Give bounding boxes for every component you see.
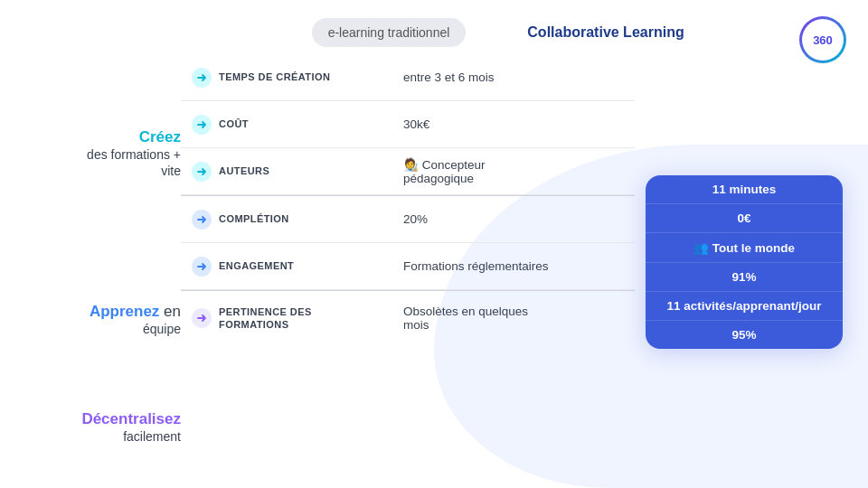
collab-card: 11 minutes 0€ 👥 Tout le monde 91% 11 act… [646, 175, 843, 349]
traditional-header: e-learning traditionnel [289, 18, 488, 47]
metric-label-pertinence: PERTINENCE DESFORMATIONS [219, 305, 312, 332]
header-row: e-learning traditionnel Collaborative Le… [0, 18, 843, 47]
table-row: AUTEURS 🧑‍🎨 Concepteur pédagogique [181, 148, 635, 195]
metric-cell-engagement: ENGAGEMENT [181, 243, 389, 289]
rows-and-card: TEMPS DE CRÉATION entre 3 et 6 mois [181, 54, 843, 470]
badge-360: 360 [799, 16, 846, 63]
traditional-val-completion: 20% [389, 196, 570, 242]
metric-cell-cout: COÛT [181, 101, 389, 147]
collab-val-auteurs: 👥 Tout le monde [646, 233, 843, 263]
label-main-learn: Apprenez en [90, 303, 181, 321]
label-group-create: Créez des formations +vite [0, 58, 181, 256]
traditional-val-engagement: Formations réglementaires [389, 243, 570, 289]
table-row: COMPLÉTION 20% [181, 196, 635, 243]
arrow-icon-cyan-2 [192, 115, 212, 135]
arrow-icon-blue-2 [192, 257, 212, 277]
table-row: COÛT 30k€ [181, 101, 635, 148]
metric-label-cout: COÛT [219, 117, 249, 130]
collab-header-label: Collaborative Learning [527, 24, 684, 40]
metric-label-completion: COMPLÉTION [219, 212, 289, 225]
label-sub-learn: équipe [143, 321, 181, 337]
label-group-learn: Apprenez en équipe [0, 256, 181, 384]
label-main-create: Créez [139, 128, 181, 146]
collab-val-temps: 11 minutes [646, 175, 843, 204]
metric-label-auteurs: AUTEURS [219, 164, 269, 177]
table-row: ENGAGEMENT Formations réglementaires [181, 243, 635, 290]
collab-val-cout: 0€ [646, 204, 843, 233]
arrow-icon-cyan-3 [192, 162, 212, 182]
metric-cell-completion: COMPLÉTION [181, 196, 389, 242]
metric-cell-pertinence: PERTINENCE DESFORMATIONS [181, 291, 389, 345]
metric-cell-auteurs: AUTEURS [181, 148, 389, 194]
collab-card-container: 11 minutes 0€ 👥 Tout le monde 91% 11 act… [635, 54, 843, 470]
arrow-icon-blue [192, 210, 212, 230]
left-rows: TEMPS DE CRÉATION entre 3 et 6 mois [181, 54, 635, 470]
collab-val-completion: 91% [646, 263, 843, 292]
traditional-val-pertinence: Obsolètes en quelques mois [389, 291, 570, 345]
metric-label-engagement: ENGAGEMENT [219, 259, 294, 272]
traditional-val-auteurs: 🧑‍🎨 Concepteur pédagogique [389, 148, 570, 194]
arrow-icon-purple [192, 308, 212, 328]
label-main-decentralize: Décentralisez [81, 410, 181, 428]
label-sub-create: des formations +vite [87, 146, 181, 179]
metric-label-temps: TEMPS DE CRÉATION [219, 70, 330, 83]
label-sub-decentralize: facilement [123, 428, 181, 445]
left-labels: Créez des formations +vite Apprenez en é… [0, 54, 181, 470]
main-container: e-learning traditionnel Collaborative Le… [0, 0, 868, 488]
traditional-val-temps: entre 3 et 6 mois [389, 54, 570, 100]
collab-val-pertinence: 95% [646, 321, 843, 349]
arrow-icon-cyan [192, 68, 212, 88]
traditional-val-cout: 30k€ [389, 101, 570, 147]
collab-val-engagement: 11 activités/apprenant/jour [646, 292, 843, 321]
table-wrapper: Créez des formations +vite Apprenez en é… [0, 54, 843, 470]
collab-header: Collaborative Learning [506, 24, 705, 41]
table-row: PERTINENCE DESFORMATIONS Obsolètes en qu… [181, 291, 635, 345]
metric-cell-temps: TEMPS DE CRÉATION [181, 54, 389, 100]
label-group-decentralize: Décentralisez facilement [0, 384, 181, 466]
badge-label: 360 [813, 33, 833, 47]
table-row: TEMPS DE CRÉATION entre 3 et 6 mois [181, 54, 635, 101]
traditional-pill: e-learning traditionnel [312, 18, 467, 47]
rows-col: TEMPS DE CRÉATION entre 3 et 6 mois [181, 54, 843, 470]
